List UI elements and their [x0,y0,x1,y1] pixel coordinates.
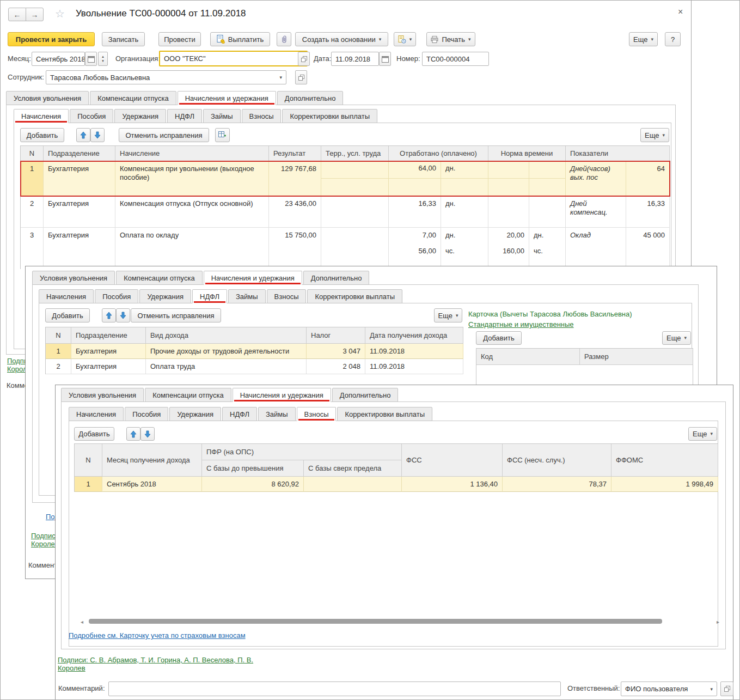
month-stepper[interactable]: ▴▾ [98,52,108,66]
move-down-button[interactable] [140,427,155,441]
col-norm[interactable]: Норма времени [488,146,566,161]
col-worked[interactable]: Отработано (оплачено) [389,146,488,161]
tab-kompensacii[interactable]: Компенсации отпуска [90,91,176,105]
back-button[interactable]: ← [8,8,26,21]
horizontal-scrollbar[interactable]: ◂ ▸ [81,618,719,625]
tab-posobiya[interactable]: Пособия [125,407,168,421]
write-button[interactable]: Записать [102,32,145,46]
col-fss-acc[interactable]: ФСС (несч. случ.) [503,444,611,477]
col-n[interactable]: N [21,146,44,161]
tab-dopolnitelno[interactable]: Дополнительно [332,388,399,402]
tab-korrektirovki[interactable]: Корректировки выплаты [282,109,377,123]
tab-nachisleniya-uderzhaniya[interactable]: Начисления и удержания [178,91,276,105]
tab-vznosy[interactable]: Взносы [242,109,282,123]
col-pfr-over[interactable]: С базы сверх предела [304,460,402,477]
table-row[interactable]: 2 Бухгалтерия Оплата труда 2 048 11.09.2… [46,359,463,374]
responsible-combo[interactable]: ФИО пользователя▾ [621,681,717,696]
col-dept[interactable]: Подразделение [44,146,115,161]
scroll-right-icon[interactable]: ▸ [717,619,719,625]
col-code[interactable]: Код [476,349,580,365]
tab-zaymy[interactable]: Займы [258,407,296,421]
tab-nachisleniya[interactable]: Начисления [69,407,124,421]
details-link[interactable]: Подробнее см. Карточку учета по страховы… [69,631,246,640]
col-n[interactable]: N [75,444,102,477]
help-button[interactable]: ? [665,32,681,46]
tab-kompensacii[interactable]: Компенсации отпуска [116,271,203,285]
tab-ndfl[interactable]: НДФЛ [167,109,202,123]
move-down-button[interactable] [116,308,130,322]
tab-dopolnitelno[interactable]: Дополнительно [303,271,370,285]
col-month[interactable]: Месяц получения дохода [102,444,202,477]
tab-dopolnitelno[interactable]: Дополнительно [277,91,344,105]
organization-combo[interactable]: ООО "ТЕКС"▾ [159,51,308,66]
organization-open-button[interactable] [298,52,310,66]
add-button[interactable]: Добавить [45,308,90,322]
table-row[interactable]: 3 Бухгалтерия Оплата по окладу 15 750,00… [21,228,670,269]
more-button-grid[interactable]: Еще▾ [688,427,717,441]
tab-posobiya[interactable]: Пособия [95,289,138,303]
responsible-open-button[interactable] [720,681,733,696]
scroll-left-icon[interactable]: ◂ [81,619,83,625]
pay-button[interactable]: Выплатить [210,32,270,46]
tab-usloviya[interactable]: Условия увольнения [6,91,89,105]
col-result[interactable]: Результат [269,146,321,161]
move-up-button[interactable] [126,427,140,441]
col-fss[interactable]: ФСС [402,444,503,477]
tab-zaymy[interactable]: Займы [228,289,266,303]
attachments-button[interactable] [277,32,291,46]
number-input[interactable]: ТС00-000004 [422,52,489,66]
tab-nachisleniya[interactable]: Начисления [14,109,69,123]
tab-nachisleniya-uderzhaniya[interactable]: Начисления и удержания [233,388,331,402]
more-button-toolbar[interactable]: Еще▾ [629,32,658,46]
tab-usloviya[interactable]: Условия увольнения [61,388,144,402]
undo-corrections-button[interactable]: Отменить исправления [119,128,209,142]
tab-vznosy[interactable]: Взносы [297,407,337,421]
more-button-grid[interactable]: Еще▾ [640,128,669,142]
col-date[interactable]: Дата получения дохода [365,327,463,344]
add-button[interactable]: Добавить [476,331,522,345]
tab-korrektirovki[interactable]: Корректировки выплаты [307,289,402,303]
forward-button[interactable]: → [26,8,44,21]
scrollbar-thumb[interactable] [89,619,662,624]
table-row[interactable]: 1 Бухгалтерия Прочие доходы от трудовой … [46,344,463,359]
print-button[interactable]: Печать▾ [426,32,475,46]
tab-nachisleniya-uderzhaniya[interactable]: Начисления и удержания [204,271,302,285]
post-and-close-button[interactable]: Провести и закрыть [8,32,95,46]
tab-korrektirovki[interactable]: Корректировки выплаты [337,407,432,421]
deduction-card-link[interactable]: Стандартные и имущественные [468,320,574,328]
col-income-type[interactable]: Вид дохода [146,327,307,344]
move-up-button[interactable] [76,128,90,142]
employee-open-button[interactable] [295,70,307,84]
col-indicators[interactable]: Показатели [566,146,670,161]
tab-uderzhaniya[interactable]: Удержания [139,289,191,303]
comment-input[interactable] [108,681,561,696]
add-button[interactable]: Добавить [74,427,114,441]
date-calendar-button[interactable] [379,52,391,66]
employee-combo[interactable]: Тарасова Любовь Васильевна▾ [46,70,286,84]
create-on-base-button[interactable]: Создать на основании▾ [295,32,388,46]
tab-kompensacii[interactable]: Компенсации отпуска [145,388,231,402]
tab-ndfl[interactable]: НДФЛ [222,407,257,421]
table-row[interactable]: 2 Бухгалтерия Компенсация отпуска (Отпус… [21,196,670,228]
move-down-button[interactable] [90,128,105,142]
doc-register-button[interactable]: ▾ [394,32,416,46]
col-size[interactable]: Размер [580,349,693,365]
tab-zaymy[interactable]: Займы [203,109,241,123]
favorite-star-icon[interactable]: ☆ [55,7,65,20]
table-settings-button[interactable] [215,128,230,142]
post-button[interactable]: Провести [158,32,201,46]
signatures-link[interactable]: Подписи: С. В. Абрамов, Т. И. Горина, А.… [58,656,276,672]
col-terr[interactable]: Терр., усл. труда [321,146,389,161]
col-dept[interactable]: Подразделение [71,327,146,344]
undo-corrections-button[interactable]: Отменить исправления [131,308,221,322]
month-input[interactable]: Сентябрь 2018 [32,52,85,66]
tab-vznosy[interactable]: Взносы [267,289,307,303]
tab-nachisleniya[interactable]: Начисления [39,289,94,303]
table-row[interactable]: 1 Сентябрь 2018 8 620,92 1 136,40 78,37 … [75,477,718,492]
tab-posobiya[interactable]: Пособия [70,109,113,123]
col-ffoms[interactable]: ФФОМС [611,444,718,477]
tab-uderzhaniya[interactable]: Удержания [169,407,221,421]
tab-uderzhaniya[interactable]: Удержания [114,109,166,123]
close-icon[interactable]: × [678,7,683,17]
move-up-button[interactable] [102,308,116,322]
